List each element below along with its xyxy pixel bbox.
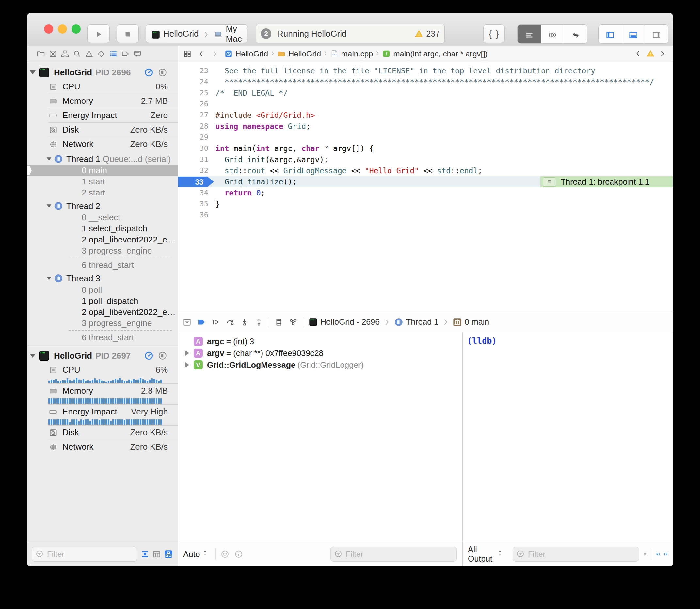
minimize-button[interactable] — [58, 24, 67, 34]
disclosure-triangle-icon[interactable] — [47, 157, 51, 160]
navigator-tab-debug[interactable] — [109, 49, 118, 58]
stat-row-disk[interactable]: DiskZero KB/s — [27, 123, 177, 137]
gauge-icon[interactable] — [144, 68, 154, 77]
stack-frame-row[interactable]: 2 opal_libevent2022_ev… — [27, 234, 177, 245]
variables-filter-field[interactable]: Filter — [330, 547, 457, 562]
gauge-icon[interactable] — [144, 351, 154, 361]
console-output-popup[interactable]: All Output — [468, 545, 503, 564]
continue-button[interactable] — [211, 317, 220, 327]
stack-frame-row[interactable]: 6 thread_start — [27, 259, 177, 271]
console-filter-field[interactable]: Filter — [513, 547, 639, 562]
jumpbar-item[interactable]: HelloGrid — [277, 49, 321, 58]
view-hierarchy-button[interactable] — [274, 317, 284, 327]
version-editor-button[interactable] — [564, 25, 587, 44]
crumb-frame[interactable]: 0 main — [465, 317, 489, 327]
filter-crashed-button[interactable] — [152, 550, 161, 559]
stat-row-memory[interactable]: Memory2.7 MB — [27, 94, 177, 108]
navigator-tab-project[interactable] — [36, 49, 45, 58]
crumb-process[interactable]: HelloGrid - 2696 — [320, 317, 380, 327]
variable-row[interactable]: VGrid::GridLogMessage(Grid::GridLogger) — [178, 359, 462, 371]
hide-debug-area-button[interactable] — [183, 317, 192, 327]
scheme-selector[interactable]: HelloGrid My Mac — [146, 24, 247, 43]
show-variables-button[interactable] — [656, 550, 660, 559]
toggle-debug-area-button[interactable] — [622, 25, 645, 44]
line-number[interactable]: 25 — [178, 87, 208, 99]
line-number[interactable]: 24 — [178, 76, 208, 87]
disclosure-triangle-icon[interactable] — [185, 362, 189, 368]
line-number[interactable]: 30 — [178, 143, 208, 154]
breakpoint-badge[interactable]: 33 — [178, 177, 214, 187]
disclosure-triangle-icon[interactable] — [47, 277, 51, 280]
navigator-tab-breakpoint[interactable] — [121, 49, 130, 58]
quicklook-button[interactable] — [220, 550, 229, 559]
variable-row[interactable]: Aargc= (int) 3 — [178, 335, 462, 347]
stat-row-network[interactable]: NetworkZero KB/s — [27, 137, 177, 151]
thread-row[interactable]: Thread 1Queue:...d (serial) — [27, 153, 177, 165]
threads-view-icon[interactable] — [158, 68, 168, 77]
disclosure-triangle-icon[interactable] — [30, 354, 36, 358]
disclosure-triangle-icon[interactable] — [47, 204, 51, 208]
line-number[interactable]: 36 — [178, 210, 208, 221]
console-view[interactable]: (lldb) — [462, 332, 673, 542]
step-over-button[interactable] — [226, 317, 235, 327]
stat-row-memory[interactable]: Memory2.8 MB — [27, 384, 177, 398]
filter-debug-symbols-button[interactable] — [140, 550, 150, 559]
process-row[interactable]: HelloGridPID 2697 — [27, 349, 177, 363]
thread-row[interactable]: Thread 2 — [27, 200, 177, 212]
disclosure-triangle-icon[interactable] — [185, 350, 189, 356]
line-number[interactable]: 23 — [178, 65, 208, 76]
source-editor[interactable]: 23 See the full license in the file "LIC… — [178, 62, 673, 315]
stack-frame-row[interactable]: 3 progress_engine — [27, 245, 177, 256]
stack-frame-row[interactable]: 1 select_dispatch — [27, 223, 177, 234]
navigator-tab-find[interactable] — [72, 49, 82, 58]
process-row[interactable]: HelloGridPID 2696 — [27, 65, 177, 80]
info-button[interactable] — [234, 550, 243, 559]
annotation-menu-icon[interactable]: ≡ — [543, 177, 556, 187]
line-number[interactable]: 32 — [178, 165, 208, 176]
stack-frame-row[interactable]: 2 start — [27, 187, 177, 198]
standard-editor-button[interactable] — [518, 25, 541, 44]
navigator-tab-test[interactable] — [97, 49, 106, 58]
navigator-tab-symbol[interactable] — [61, 49, 70, 58]
stack-frame-row[interactable]: 1 poll_dispatch — [27, 295, 177, 307]
zoom-button[interactable] — [71, 24, 81, 34]
line-number[interactable]: 26 — [178, 99, 208, 110]
toggle-inspectors-button[interactable] — [645, 25, 668, 44]
code-snippets-button[interactable]: { } — [483, 24, 505, 43]
close-button[interactable] — [44, 24, 53, 34]
issue-warning-icon[interactable] — [646, 49, 655, 58]
stack-frame-row[interactable]: 3 progress_engine — [27, 317, 177, 329]
back-button[interactable] — [197, 49, 206, 58]
navigator-tab-source-control[interactable] — [48, 49, 57, 58]
related-items-button[interactable] — [183, 49, 192, 58]
disclosure-triangle-icon[interactable] — [30, 70, 36, 74]
variables-scope-popup[interactable]: Auto — [183, 550, 211, 559]
stat-row-cpu[interactable]: CPU0% — [27, 80, 177, 94]
step-out-button[interactable] — [254, 317, 263, 327]
stat-row-cpu[interactable]: CPU6% — [27, 363, 177, 377]
line-number[interactable]: 29 — [178, 132, 208, 143]
stack-frame-row[interactable]: 2 opal_libevent2022_ev… — [27, 307, 177, 317]
show-console-button[interactable] — [664, 550, 668, 559]
stat-row-disk[interactable]: DiskZero KB/s — [27, 425, 177, 440]
breakpoint-annotation[interactable]: ≡Thread 1: breakpoint 1.1 — [540, 176, 673, 187]
jumpbar-item[interactable]: HelloGrid — [224, 49, 268, 58]
run-button[interactable] — [87, 24, 110, 43]
navigator-filter-field[interactable]: Filter — [32, 547, 137, 562]
prev-issue-button[interactable] — [634, 49, 643, 58]
stack-frame-row[interactable]: 0 main — [27, 165, 177, 176]
stat-row-energy-impact[interactable]: Energy ImpactZero — [27, 108, 177, 122]
line-number[interactable]: 28 — [178, 121, 208, 132]
jumpbar-item[interactable]: fmain(int argc, char * argv[]) — [382, 49, 488, 58]
breakpoints-toggle-button[interactable] — [197, 317, 206, 327]
stat-row-network[interactable]: NetworkZero KB/s — [27, 440, 177, 454]
thread-row[interactable]: Thread 3 — [27, 273, 177, 284]
threads-view-icon[interactable] — [158, 351, 168, 361]
line-number[interactable]: 35 — [178, 198, 208, 210]
next-issue-button[interactable] — [659, 49, 668, 58]
stop-button[interactable] — [117, 24, 139, 43]
assistant-editor-button[interactable] — [541, 25, 564, 44]
forward-button[interactable] — [210, 49, 220, 58]
stack-frame-row[interactable]: 1 start — [27, 176, 177, 187]
stack-frame-row[interactable]: 0 __select — [27, 212, 177, 223]
